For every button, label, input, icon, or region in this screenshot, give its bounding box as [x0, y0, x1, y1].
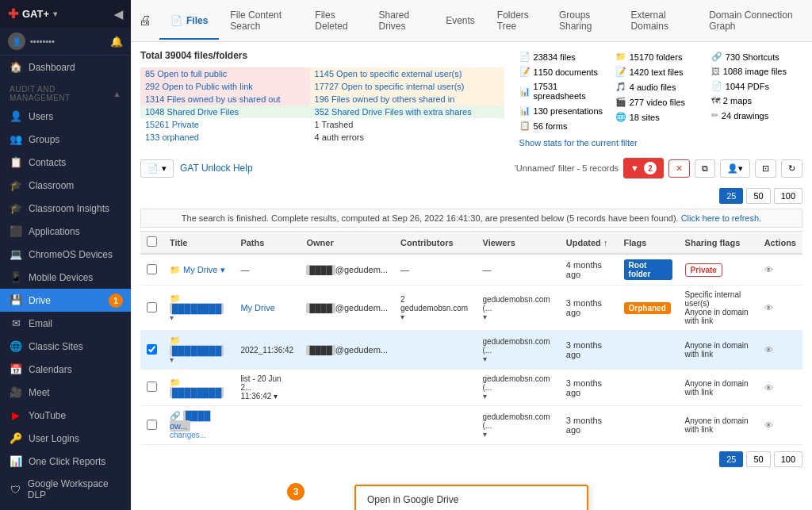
sidebar-item-drive[interactable]: 💾 Drive 1 — [0, 289, 131, 312]
col-sharing-flags[interactable]: Sharing flags — [679, 232, 758, 255]
row-checkbox[interactable] — [147, 420, 157, 430]
filter-icon: ▼ — [630, 163, 639, 173]
view-icon[interactable]: 👁 — [764, 383, 773, 393]
row-checkbox[interactable] — [147, 344, 157, 355]
row-viewers-cell: gedudemobsn.com (...▾ — [477, 370, 560, 406]
row-viewers-cell: — — [477, 254, 560, 286]
col-updated[interactable]: Updated ↑ — [560, 232, 618, 255]
stat-cell[interactable]: 15261 Private — [140, 118, 310, 131]
col-paths[interactable]: Paths — [234, 232, 300, 255]
row-title[interactable]: ████████ — [170, 303, 224, 314]
page-btn-100[interactable]: 100 — [774, 188, 802, 204]
sidebar-item-users[interactable]: 👤 Users — [0, 105, 131, 128]
view-icon[interactable]: 👁 — [764, 345, 773, 355]
unlock-help-link[interactable]: GAT Unlock Help — [180, 163, 253, 174]
sidebar-item-youtube[interactable]: ▶ YouTube — [0, 404, 131, 427]
share-icon: 👤▾ — [727, 163, 743, 174]
row-checkbox-cell[interactable] — [140, 286, 163, 331]
sidebar-item-label: Classroom — [29, 180, 74, 191]
row-title[interactable]: ████████ — [170, 345, 224, 356]
page-btn-50[interactable]: 50 — [746, 188, 770, 204]
tab-file-content-search[interactable]: File Content Search — [219, 3, 304, 40]
doc-dropdown-button[interactable]: 📄 ▾ — [140, 159, 174, 178]
sidebar-collapse-icon[interactable]: ◀ — [114, 8, 123, 21]
sidebar-item-calendars[interactable]: 📅 Calendars — [0, 358, 131, 381]
context-open-drive[interactable]: Open in Google Drive — [356, 489, 587, 510]
sidebar-item-chromeos[interactable]: 💻 ChromeOS Devices — [0, 243, 131, 266]
table-row: 📁 ████████ ▾ My Drive ████@gedudem... 2 … — [140, 286, 802, 331]
tab-events[interactable]: Events — [435, 3, 486, 40]
expand-button[interactable]: ⊡ — [755, 159, 776, 178]
row-flags-cell: Orphaned — [618, 286, 679, 331]
meet-icon: 🎥 — [10, 386, 22, 398]
row-actions-cell: 👁 — [758, 254, 802, 286]
clear-filter-button[interactable]: ✕ — [668, 159, 690, 178]
sidebar-item-meet[interactable]: 🎥 Meet — [0, 381, 131, 404]
copy-filter-button[interactable]: ⧉ — [695, 159, 715, 178]
view-icon[interactable]: 👁 — [764, 303, 773, 313]
section-audit-label: AUDIT AND MANAGEMENT ▲ — [0, 79, 131, 105]
app-dropdown-icon[interactable]: ▾ — [53, 10, 57, 18]
row-title[interactable]: ████████ — [170, 387, 224, 398]
tab-groups-sharing[interactable]: Groups Sharing — [548, 3, 620, 40]
share-filter-button[interactable]: 👤▾ — [720, 159, 750, 178]
stat-cell[interactable]: 352 Shared Drive Files with extra shares — [310, 105, 505, 118]
row-checkbox-cell[interactable] — [140, 406, 163, 445]
sidebar-item-one-click-reports[interactable]: 📊 One Click Reports — [0, 450, 131, 473]
row-checkbox[interactable] — [147, 382, 157, 392]
tab-domain-connection-graph[interactable]: Domain Connection Graph — [698, 3, 804, 40]
col-viewers[interactable]: Viewers — [477, 232, 560, 255]
row-checkbox-cell[interactable] — [140, 254, 163, 286]
row-contributors-cell — [394, 331, 477, 370]
sidebar-item-roles[interactable]: 🔐 Roles & Privileges — [0, 506, 131, 510]
page-btn-50-bottom[interactable]: 50 — [746, 451, 770, 467]
row-title[interactable]: My Drive ▾ — [183, 265, 224, 274]
notification-bell-icon[interactable]: 🔔 — [110, 36, 123, 48]
stat-cell[interactable]: 1048 Shared Drive Files — [140, 105, 310, 118]
click-to-refresh[interactable]: Click here to refresh. — [681, 213, 761, 223]
row-checkbox[interactable] — [147, 264, 157, 274]
show-stats-link[interactable]: Show stats for the current filter — [519, 138, 638, 148]
refresh-button[interactable]: ↻ — [781, 159, 802, 178]
groups-icon: 👥 — [10, 133, 22, 145]
stat-cell[interactable]: 1314 Files owned by us shared out — [140, 93, 310, 105]
stat-cell[interactable]: 196 Files owned by others shared in — [310, 93, 505, 105]
sidebar-item-dashboard[interactable]: 🏠 Dashboard — [0, 56, 131, 79]
sidebar-item-classroom-insights[interactable]: 🎓 Classroom Insights — [0, 197, 131, 220]
row-checkbox-cell[interactable] — [140, 331, 163, 370]
stat-cell[interactable]: 1145 Open to specific external user(s) — [310, 67, 505, 80]
sidebar-item-applications[interactable]: ⬛ Applications — [0, 220, 131, 243]
view-icon[interactable]: 👁 — [764, 420, 773, 430]
select-all-checkbox[interactable] — [147, 236, 157, 247]
page-btn-25-bottom[interactable]: 25 — [719, 451, 743, 467]
stat-cell[interactable]: 85 Open to full public — [140, 67, 310, 80]
col-title[interactable]: Title — [163, 232, 234, 255]
sidebar-item-classroom[interactable]: 🎓 Classroom — [0, 174, 131, 197]
stat-cell[interactable]: 17727 Open to specific internal user(s) — [310, 80, 505, 93]
sidebar-item-google-workspace-dlp[interactable]: 🛡 Google Workspace DLP — [0, 473, 131, 506]
sidebar-item-classic-sites[interactable]: 🌐 Classic Sites — [0, 335, 131, 358]
filter-active-button[interactable]: ▼ 2 — [623, 158, 664, 178]
col-contributors[interactable]: Contributors — [394, 232, 477, 255]
col-flags[interactable]: Flags — [618, 232, 679, 255]
view-icon[interactable]: 👁 — [764, 265, 773, 274]
page-btn-100-bottom[interactable]: 100 — [774, 451, 802, 467]
tab-shared-drives[interactable]: Shared Drives — [368, 3, 435, 40]
sidebar-item-mobile[interactable]: 📱 Mobile Devices — [0, 266, 131, 289]
sidebar-item-email[interactable]: ✉ Email — [0, 312, 131, 335]
tab-folders-tree[interactable]: Folders Tree — [486, 3, 548, 40]
stat-cell[interactable]: 292 Open to Public with link — [140, 80, 310, 93]
page-btn-25[interactable]: 25 — [719, 188, 743, 204]
tab-files[interactable]: 📄 Files — [159, 3, 219, 40]
section-collapse-icon[interactable]: ▲ — [113, 90, 121, 98]
stat-cell[interactable]: 133 orphaned — [140, 131, 310, 144]
col-owner[interactable]: Owner — [300, 232, 394, 255]
sidebar-item-contacts[interactable]: 📋 Contacts — [0, 151, 131, 174]
sidebar-item-groups[interactable]: 👥 Groups — [0, 128, 131, 151]
tab-external-domains[interactable]: External Domains — [620, 3, 699, 40]
row-checkbox[interactable] — [147, 302, 157, 313]
tab-files-deleted[interactable]: Files Deleted — [304, 3, 367, 40]
print-icon[interactable]: 🖨 — [139, 13, 151, 28]
row-checkbox-cell[interactable] — [140, 370, 163, 406]
sidebar-item-user-logins[interactable]: 🔑 User Logins — [0, 427, 131, 450]
